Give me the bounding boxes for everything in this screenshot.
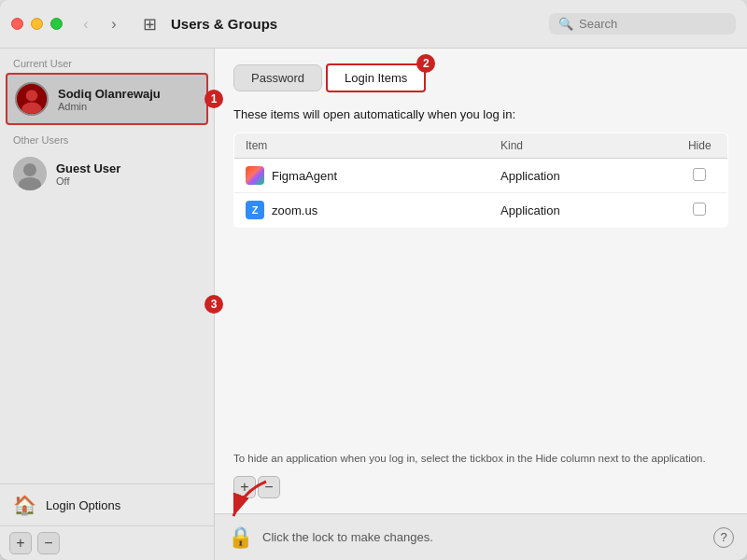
table-row[interactable]: FigmaAgent Application	[234, 159, 728, 193]
minimize-button[interactable]	[31, 18, 43, 30]
traffic-lights	[11, 18, 63, 30]
add-item-button[interactable]: +	[233, 476, 256, 498]
hide-checkbox-zoom[interactable]	[693, 203, 706, 216]
add-user-button[interactable]: +	[9, 532, 32, 554]
sidebar-add-remove: + −	[0, 525, 214, 560]
sidebar: Current User Sodiq Olanrewaju Admin	[0, 49, 215, 560]
user-item-guest[interactable]: Guest User Off	[0, 149, 214, 198]
item-name-zoom: Z zoom.us	[234, 193, 490, 228]
col-header-kind: Kind	[489, 133, 671, 159]
user-status-guest: Off	[56, 175, 120, 187]
content-area: Current User Sodiq Olanrewaju Admin	[0, 49, 747, 560]
remove-user-button[interactable]: −	[37, 532, 60, 554]
svg-point-2	[21, 103, 41, 116]
annotation-2: 2	[416, 54, 435, 73]
svg-point-1	[26, 90, 37, 101]
add-remove-buttons: + −	[233, 476, 728, 498]
login-options-item[interactable]: 🏠 Login Options 3	[0, 483, 214, 525]
col-header-hide: Hide	[672, 133, 728, 159]
back-button[interactable]: ‹	[74, 12, 98, 36]
main-content: Password Login Items 2 These items will …	[215, 49, 747, 513]
hide-checkbox-figma[interactable]	[693, 168, 706, 181]
grid-button[interactable]: ⊞	[137, 12, 162, 36]
system-preferences-window: ‹ › ⊞ Users & Groups 🔍 Current User	[0, 0, 747, 560]
user-name-guest: Guest User	[56, 161, 120, 175]
lock-text: Click the lock to make changes.	[262, 530, 433, 544]
close-button[interactable]	[11, 18, 23, 30]
search-input[interactable]	[579, 17, 726, 31]
search-bar[interactable]: 🔍	[549, 13, 736, 35]
figma-icon	[246, 166, 264, 185]
login-items-table: Item Kind Hide FigmaAgent	[233, 133, 728, 228]
tab-bar: Password Login Items 2	[233, 63, 728, 92]
svg-point-4	[23, 163, 36, 176]
titlebar: ‹ › ⊞ Users & Groups 🔍	[0, 0, 747, 49]
window-title: Users & Groups	[171, 16, 549, 32]
user-item-sodiq[interactable]: Sodiq Olanrewaju Admin	[6, 73, 208, 125]
other-users-label: Other Users	[0, 125, 214, 149]
user-role-sodiq: Admin	[58, 101, 161, 112]
zoom-icon: Z	[246, 201, 264, 219]
forward-button[interactable]: ›	[102, 12, 126, 36]
table-row[interactable]: Z zoom.us Application	[234, 193, 728, 228]
avatar-sodiq	[15, 82, 49, 116]
item-kind-zoom: Application	[489, 193, 671, 228]
item-kind-figma: Application	[489, 159, 671, 193]
maximize-button[interactable]	[50, 18, 63, 30]
login-options-label: Login Options	[46, 498, 120, 512]
item-name-figma: FigmaAgent	[234, 159, 490, 193]
main-panel: Password Login Items 2 These items will …	[215, 49, 747, 560]
user-info-guest: Guest User Off	[56, 161, 120, 187]
nav-buttons: ‹ ›	[74, 12, 126, 36]
footer-note: To hide an application when you log in, …	[233, 451, 728, 467]
remove-item-button[interactable]: −	[258, 476, 280, 498]
login-items-description: These items will open automatically when…	[233, 107, 728, 121]
lock-button[interactable]: 🔒	[228, 525, 253, 550]
user-info-sodiq: Sodiq Olanrewaju Admin	[58, 87, 161, 112]
bottom-bar: 🔒 Click the lock to make changes. ?	[215, 513, 747, 560]
home-icon: 🏠	[13, 494, 36, 516]
avatar-guest	[13, 157, 47, 190]
user-name-sodiq: Sodiq Olanrewaju	[58, 87, 161, 101]
help-button[interactable]: ?	[713, 527, 734, 548]
login-items-table-area: Item Kind Hide FigmaAgent	[233, 133, 728, 440]
col-header-item: Item	[234, 133, 490, 159]
tab-login-items[interactable]: Login Items 2	[326, 63, 426, 92]
lock-icon: 🔒	[228, 525, 253, 550]
current-user-label: Current User	[0, 49, 214, 73]
item-hide-zoom[interactable]	[672, 193, 728, 228]
search-icon: 🔍	[558, 17, 573, 31]
tab-password[interactable]: Password	[233, 64, 322, 91]
item-hide-figma[interactable]	[672, 159, 728, 193]
